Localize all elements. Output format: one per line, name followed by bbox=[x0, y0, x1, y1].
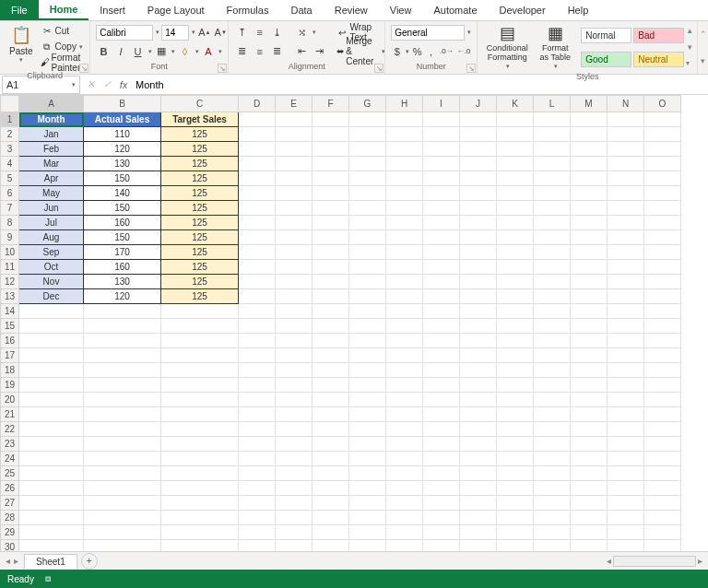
cell[interactable] bbox=[571, 481, 608, 496]
cell[interactable] bbox=[423, 319, 460, 334]
cell[interactable] bbox=[644, 245, 681, 260]
cell[interactable] bbox=[644, 466, 681, 481]
cell[interactable] bbox=[161, 466, 239, 481]
cell[interactable] bbox=[239, 260, 276, 275]
row-header[interactable]: 25 bbox=[1, 466, 19, 481]
cell[interactable] bbox=[313, 186, 349, 201]
cell[interactable] bbox=[644, 540, 681, 552]
cell[interactable] bbox=[386, 112, 423, 127]
cell[interactable] bbox=[313, 142, 349, 157]
cell[interactable] bbox=[239, 216, 276, 230]
cell[interactable] bbox=[84, 348, 161, 363]
cell[interactable] bbox=[423, 245, 460, 260]
cell[interactable] bbox=[571, 289, 608, 304]
cell[interactable] bbox=[497, 319, 534, 334]
cell[interactable] bbox=[386, 304, 423, 319]
cell[interactable] bbox=[571, 422, 608, 437]
cell[interactable] bbox=[608, 466, 644, 481]
cell[interactable] bbox=[497, 171, 534, 186]
cell[interactable] bbox=[239, 393, 276, 407]
cell[interactable] bbox=[386, 127, 423, 142]
cell[interactable] bbox=[276, 157, 313, 171]
row-header[interactable]: 5 bbox=[1, 171, 19, 186]
cell[interactable] bbox=[644, 112, 681, 127]
cell[interactable] bbox=[644, 511, 681, 525]
cell[interactable] bbox=[276, 142, 313, 157]
cell[interactable] bbox=[349, 481, 386, 496]
cell[interactable] bbox=[276, 452, 313, 466]
cell[interactable] bbox=[239, 289, 276, 304]
cell[interactable] bbox=[313, 112, 349, 127]
cell[interactable] bbox=[313, 127, 349, 142]
cell[interactable] bbox=[497, 186, 534, 201]
cell[interactable] bbox=[386, 142, 423, 157]
cell[interactable] bbox=[608, 289, 644, 304]
cell[interactable] bbox=[313, 275, 349, 289]
column-header[interactable]: M bbox=[571, 96, 608, 112]
row-header[interactable]: 2 bbox=[1, 127, 19, 142]
tab-formulas[interactable]: Formulas bbox=[216, 0, 280, 20]
align-center-icon[interactable]: ≡ bbox=[252, 43, 267, 59]
row-header[interactable]: 4 bbox=[1, 157, 19, 171]
cell[interactable] bbox=[276, 127, 313, 142]
column-header[interactable]: K bbox=[497, 96, 534, 112]
tab-data[interactable]: Data bbox=[279, 0, 323, 20]
cell[interactable] bbox=[497, 260, 534, 275]
cell[interactable] bbox=[386, 157, 423, 171]
tab-page-layout[interactable]: Page Layout bbox=[136, 0, 216, 20]
cell[interactable] bbox=[460, 245, 497, 260]
cell[interactable] bbox=[349, 525, 386, 540]
cell[interactable] bbox=[644, 216, 681, 230]
row-header[interactable]: 27 bbox=[1, 496, 19, 511]
row-header[interactable]: 10 bbox=[1, 245, 19, 260]
cell[interactable] bbox=[608, 319, 644, 334]
cell[interactable] bbox=[644, 171, 681, 186]
sheet-next-icon[interactable]: ▸ bbox=[14, 556, 18, 566]
cell[interactable] bbox=[84, 496, 161, 511]
cell[interactable] bbox=[460, 437, 497, 452]
cell[interactable] bbox=[239, 348, 276, 363]
cell[interactable] bbox=[423, 275, 460, 289]
tab-review[interactable]: Review bbox=[324, 0, 379, 20]
row-header[interactable]: 20 bbox=[1, 393, 19, 407]
row-header[interactable]: 23 bbox=[1, 437, 19, 452]
cell[interactable] bbox=[19, 363, 84, 378]
spreadsheet-grid[interactable]: ABCDEFGHIJKLMNO1MonthActual SalesTarget … bbox=[0, 95, 708, 551]
align-middle-icon[interactable]: ≡ bbox=[252, 25, 267, 41]
cell[interactable] bbox=[423, 334, 460, 348]
cell[interactable] bbox=[460, 334, 497, 348]
cell[interactable] bbox=[313, 422, 349, 437]
cell[interactable] bbox=[349, 304, 386, 319]
cell[interactable] bbox=[386, 230, 423, 245]
cell[interactable] bbox=[534, 496, 571, 511]
cell[interactable]: Nov bbox=[19, 275, 84, 289]
cell[interactable]: 170 bbox=[84, 245, 161, 260]
cell[interactable]: 130 bbox=[84, 157, 161, 171]
cell[interactable] bbox=[608, 216, 644, 230]
fill-color-button[interactable]: ◊ bbox=[177, 43, 193, 59]
cell[interactable] bbox=[313, 289, 349, 304]
number-format-select[interactable] bbox=[391, 25, 465, 41]
scroll-left-icon[interactable]: ◂ bbox=[607, 556, 611, 566]
cell[interactable] bbox=[608, 334, 644, 348]
cell[interactable] bbox=[349, 201, 386, 216]
cell[interactable] bbox=[423, 437, 460, 452]
cell[interactable] bbox=[386, 171, 423, 186]
column-header[interactable]: C bbox=[161, 96, 239, 112]
cell[interactable] bbox=[460, 348, 497, 363]
alignment-launcher[interactable]: ↘ bbox=[374, 64, 384, 73]
cell[interactable] bbox=[349, 378, 386, 393]
cell[interactable] bbox=[423, 127, 460, 142]
cell[interactable] bbox=[386, 186, 423, 201]
cell[interactable] bbox=[349, 230, 386, 245]
cell[interactable] bbox=[608, 186, 644, 201]
row-header[interactable]: 11 bbox=[1, 260, 19, 275]
cell[interactable] bbox=[239, 127, 276, 142]
row-header[interactable]: 13 bbox=[1, 289, 19, 304]
cell[interactable] bbox=[460, 171, 497, 186]
cell[interactable] bbox=[460, 481, 497, 496]
cell[interactable] bbox=[534, 260, 571, 275]
cell[interactable] bbox=[349, 466, 386, 481]
cell[interactable] bbox=[349, 496, 386, 511]
increase-font-icon[interactable]: A▲ bbox=[197, 25, 211, 41]
